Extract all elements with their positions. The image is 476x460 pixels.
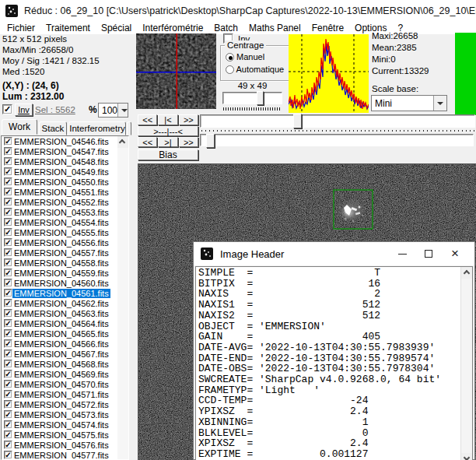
file-list-scrollbar[interactable]: [117, 136, 128, 459]
nav-button[interactable]: >>: [179, 137, 198, 147]
file-checkbox[interactable]: ✓: [4, 258, 12, 267]
file-checkbox[interactable]: ✓: [4, 420, 12, 429]
file-checkbox[interactable]: ✓: [4, 329, 12, 338]
nav-button[interactable]: >---|---<: [138, 126, 198, 136]
file-checkbox[interactable]: ✓: [4, 167, 12, 176]
file-checkbox[interactable]: ✓: [4, 451, 12, 459]
zoom-thumbnail[interactable]: [136, 33, 216, 109]
file-checkbox[interactable]: ✓: [4, 360, 12, 368]
file-list-item[interactable]: ✓EMMERSION_04553.fits: [2, 207, 128, 217]
file-list-item[interactable]: ✓EMMERSION_04575.fits: [2, 430, 128, 440]
file-list-item[interactable]: ✓EMMERSION_04572.fits: [2, 399, 128, 409]
file-list-item[interactable]: ✓EMMERSION_04552.fits: [2, 197, 128, 207]
file-list-item[interactable]: ✓EMMERSION_04574.fits: [2, 420, 128, 430]
box-size-slider-thumb[interactable]: [257, 91, 264, 105]
file-list-item[interactable]: ✓EMMERSION_04569.fits: [2, 369, 128, 379]
dialog-close-button[interactable]: ×: [442, 242, 468, 265]
menu-item-sp-cial[interactable]: Spécial: [96, 23, 137, 33]
file-checkbox[interactable]: ✓: [4, 177, 12, 186]
file-checkbox[interactable]: ✓: [4, 218, 12, 226]
file-list-item[interactable]: ✓EMMERSION_04570.fits: [2, 379, 128, 389]
tab-stack[interactable]: Stack: [39, 121, 67, 135]
file-list-item[interactable]: ✓EMMERSION_04546.fits: [2, 136, 128, 146]
file-checkbox[interactable]: ✓: [4, 238, 12, 247]
file-list-item[interactable]: ✓EMMERSION_04564.fits: [2, 318, 128, 328]
scale-base-combobox[interactable]: Mini: [371, 95, 447, 111]
file-list-item[interactable]: ✓EMMERSION_04563.fits: [2, 308, 128, 318]
tab-work[interactable]: Work: [2, 119, 37, 135]
file-list-item[interactable]: ✓EMMERSION_04560.fits: [2, 278, 128, 288]
file-list-item[interactable]: ✓EMMERSION_04554.fits: [2, 217, 128, 227]
frame-slider-track[interactable]: [200, 114, 475, 128]
file-checkbox[interactable]: ✓: [4, 380, 12, 388]
inv-button[interactable]: Inv: [15, 104, 33, 116]
file-checkbox[interactable]: ✓: [4, 208, 12, 216]
file-checkbox[interactable]: ✓: [4, 430, 12, 439]
file-checkbox[interactable]: ✓: [4, 400, 12, 409]
nav-button[interactable]: |<: [158, 114, 177, 125]
centering-option-manuel[interactable]: Manuel: [226, 52, 289, 65]
file-checkbox[interactable]: ✓: [4, 309, 12, 318]
file-checkbox[interactable]: ✓: [4, 137, 12, 146]
nav-button[interactable]: >>: [179, 114, 198, 125]
file-list-item[interactable]: ✓EMMERSION_04573.fits: [2, 409, 128, 420]
scale-base-dropdown-arrow-icon[interactable]: [433, 96, 446, 111]
file-checkbox[interactable]: ✓: [4, 157, 12, 166]
nav-button[interactable]: <<: [138, 114, 157, 125]
file-list-item[interactable]: ✓EMMERSION_04549.fits: [2, 167, 128, 177]
dialog-scroll-down-icon[interactable]: [461, 453, 473, 460]
file-checkbox[interactable]: ✓: [4, 147, 12, 156]
file-checkbox[interactable]: ✓: [4, 228, 12, 237]
radio-icon[interactable]: [226, 65, 234, 74]
file-list-item[interactable]: ✓EMMERSION_04562.fits: [2, 298, 128, 308]
dialog-maximize-button[interactable]: [415, 242, 442, 265]
zoom-dropdown-arrow-icon[interactable]: [117, 104, 128, 117]
file-checkbox[interactable]: ✓: [4, 319, 12, 328]
file-checkbox[interactable]: ✓: [4, 370, 12, 378]
file-list-item[interactable]: ✓EMMERSION_04566.fits: [2, 339, 128, 349]
file-checkbox[interactable]: ✓: [4, 248, 12, 257]
tab-partial[interactable]: [127, 121, 131, 135]
file-list-item[interactable]: ✓EMMERSION_04551.fits: [2, 187, 128, 197]
dialog-vertical-scrollbar[interactable]: [460, 267, 472, 460]
sel-count-link[interactable]: Sel : 5562: [35, 105, 75, 114]
file-list-item[interactable]: ✓EMMERSION_04568.fits: [2, 359, 128, 369]
menu-item-fichier[interactable]: Fichier: [2, 23, 40, 33]
file-list-item[interactable]: ✓EMMERSION_04571.fits: [2, 389, 128, 399]
secondary-slider-track[interactable]: [200, 134, 474, 146]
inv-checkbox[interactable]: ✓: [2, 104, 12, 114]
file-checkbox[interactable]: ✓: [4, 269, 12, 277]
bias-button[interactable]: Bias: [138, 149, 198, 160]
menu-item-interf-rom-trie[interactable]: Interférométrie: [137, 23, 208, 33]
frame-slider-thumb[interactable]: [293, 114, 302, 128]
file-checkbox[interactable]: ✓: [4, 188, 12, 196]
file-list-item[interactable]: ✓EMMERSION_04548.fits: [2, 156, 128, 167]
file-list-item[interactable]: ✓EMMERSION_04558.fits: [2, 258, 128, 268]
menu-item-fen-tre[interactable]: Fenêtre: [306, 23, 349, 33]
menu-item-batch[interactable]: Batch: [208, 23, 243, 33]
tab-interferometry[interactable]: Interferometry: [68, 121, 126, 135]
file-checkbox[interactable]: ✓: [4, 390, 12, 399]
file-checkbox[interactable]: ✓: [4, 339, 12, 348]
menu-item-maths-panel[interactable]: Maths Panel: [243, 23, 306, 33]
centering-option-automatique[interactable]: Automatique: [226, 65, 289, 77]
file-checkbox[interactable]: ✓: [4, 198, 12, 206]
file-list-item[interactable]: ✓EMMERSION_04561.fits: [2, 288, 128, 298]
file-list-item[interactable]: ✓EMMERSION_04565.fits: [2, 328, 128, 339]
file-list-item[interactable]: ✓EMMERSION_04576.fits: [2, 440, 128, 450]
nav-button[interactable]: >|: [158, 137, 177, 147]
file-checkbox[interactable]: ✓: [4, 349, 12, 358]
file-checkbox[interactable]: ✓: [4, 289, 12, 297]
scroll-up-icon[interactable]: [117, 136, 128, 148]
menu-item-traitement[interactable]: Traitement: [40, 23, 96, 33]
dialog-minimize-button[interactable]: [389, 242, 415, 265]
box-size-slider-track[interactable]: [222, 92, 282, 104]
dialog-title-bar[interactable]: Image Header ×: [194, 242, 474, 265]
file-checkbox[interactable]: ✓: [4, 441, 12, 449]
secondary-slider-thumb[interactable]: [206, 134, 215, 148]
file-checkbox[interactable]: ✓: [4, 299, 12, 307]
file-list-item[interactable]: ✓EMMERSION_04577.fits: [2, 450, 128, 460]
file-list-item[interactable]: ✓EMMERSION_04550.fits: [2, 177, 128, 187]
file-list-item[interactable]: ✓EMMERSION_04559.fits: [2, 268, 128, 278]
file-checkbox[interactable]: ✓: [4, 279, 12, 287]
